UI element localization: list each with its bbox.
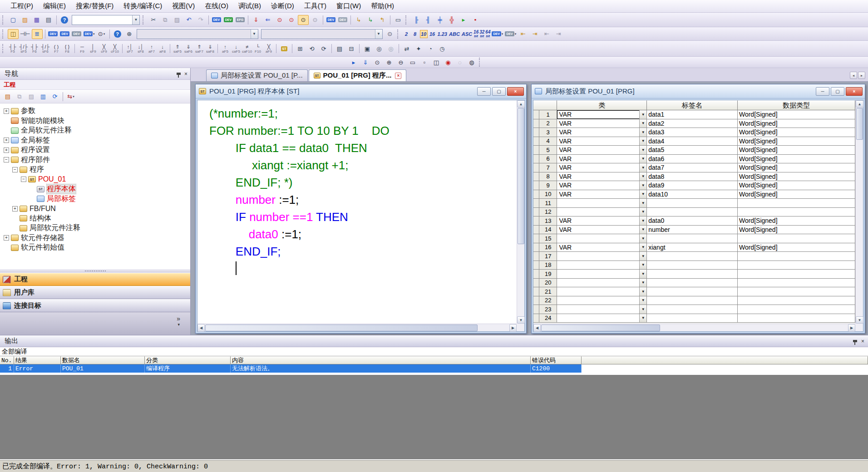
dropdown-arrow-icon[interactable]: ▼ xyxy=(639,163,646,172)
maximize-button[interactable]: ▢ xyxy=(831,87,844,96)
dropdown-arrow-icon[interactable]: ▼ xyxy=(639,146,646,154)
tree-item-全局软元件注释[interactable]: 全局软元件注释 xyxy=(0,126,190,136)
row-number-cell[interactable]: 14 xyxy=(539,226,557,235)
circle-icon[interactable]: ◌ xyxy=(454,57,465,67)
scroll-down-icon[interactable]: ▼ xyxy=(517,316,525,324)
dropdown-arrow-icon[interactable]: ▼ xyxy=(639,119,646,128)
class-cell[interactable]: VAR▼ xyxy=(557,155,647,164)
data-type-cell[interactable]: Word[Signed] xyxy=(738,110,855,119)
ladder-find-icon[interactable]: ╬ xyxy=(446,15,457,25)
tree-item-全局标签[interactable]: +全局标签 xyxy=(0,136,190,146)
fkey-sf8-icon[interactable]: ↓│sF8 xyxy=(136,44,146,54)
fkey-f7-icon[interactable]: ( )F7 xyxy=(51,44,61,54)
paste-item-icon[interactable]: ▨ xyxy=(26,92,37,102)
device-comment-icon[interactable]: DEV xyxy=(211,15,222,25)
scrollbar-thumb[interactable] xyxy=(541,324,660,331)
label-name-cell[interactable]: number xyxy=(647,226,738,235)
menu-item[interactable]: 调试(B) xyxy=(233,0,266,12)
device-display-2-icon[interactable]: DEV▾ xyxy=(491,29,503,39)
toolbar-grip[interactable] xyxy=(2,44,5,53)
data-type-cell[interactable]: Word[Signed] xyxy=(738,216,855,226)
toolbar-format-10-icon[interactable]: 10 xyxy=(420,30,428,38)
menu-item[interactable]: 编辑(E) xyxy=(38,0,71,12)
dropdown-arrow-icon[interactable]: ▼ xyxy=(639,155,646,163)
collapse-icon[interactable]: − xyxy=(21,177,26,182)
toolbar-format-abc-icon[interactable]: ABC xyxy=(449,30,460,38)
collapse-icon[interactable]: − xyxy=(12,167,18,172)
fkey-af9-icon[interactable]: ╳aF9 xyxy=(264,44,274,54)
scroll-right-icon[interactable]: ▶ xyxy=(509,324,517,332)
list-view-icon[interactable]: ≣ xyxy=(32,29,43,39)
redo-ladder-icon[interactable]: ⟳ xyxy=(318,44,329,54)
row-number-cell[interactable]: 15 xyxy=(539,234,557,243)
fkey-f8-icon[interactable]: { }F8 xyxy=(62,44,72,54)
class-cell[interactable]: VAR▼ xyxy=(557,119,647,128)
maximize-button[interactable]: ▢ xyxy=(492,87,506,96)
split-icon[interactable]: ◫ xyxy=(431,57,442,67)
row-number-cell[interactable]: 4 xyxy=(539,137,557,146)
pin-icon[interactable] xyxy=(177,73,181,75)
row-number-cell[interactable]: 18 xyxy=(539,261,557,270)
navigation-toggle-icon[interactable]: ◫ xyxy=(8,29,19,39)
page-icon[interactable]: ▭ xyxy=(407,57,418,67)
fkey-cf10-icon[interactable]: ╳cF10 xyxy=(110,44,120,54)
fkey-sf9-icon[interactable]: │sF9 xyxy=(88,44,98,54)
data-type-cell[interactable]: Word[Signed] xyxy=(738,172,855,182)
data-type-cell[interactable]: Word[Signed] xyxy=(738,128,855,137)
label-name-cell[interactable]: xiangt xyxy=(647,243,738,252)
menu-item[interactable]: 诊断(D) xyxy=(266,0,299,12)
device-find-icon[interactable]: DEV xyxy=(326,15,336,25)
row-select-cell[interactable] xyxy=(533,287,539,296)
fkey-saf8-icon[interactable]: ⇓saF8 xyxy=(205,44,215,54)
name-column-header[interactable]: 标签名 xyxy=(647,100,738,110)
row-number-cell[interactable]: 17 xyxy=(539,252,557,261)
data-type-cell[interactable]: Word[Signed] xyxy=(738,226,855,235)
fkey-f9-icon[interactable]: ─F9 xyxy=(77,44,87,54)
splitter-handle[interactable] xyxy=(0,269,190,273)
label-name-cell[interactable] xyxy=(647,270,738,279)
toolbar-format-asc-icon[interactable]: ASC xyxy=(461,30,473,38)
rule-icon[interactable]: ✦ xyxy=(413,44,424,54)
data-type-cell[interactable]: Word[Signed] xyxy=(738,137,855,146)
page-small-icon[interactable]: ▫ xyxy=(419,57,430,67)
device-prev-icon[interactable]: ⇤ xyxy=(518,29,528,39)
menu-item[interactable]: 转换/编译(C) xyxy=(118,0,167,12)
data-type-cell[interactable] xyxy=(738,270,855,279)
jump-back-icon[interactable]: ↰ xyxy=(377,15,388,25)
dropdown-arrow-icon[interactable]: ▼ xyxy=(639,314,646,323)
dropdown-arrow-icon[interactable]: ▼ xyxy=(639,110,646,119)
label-name-cell[interactable]: data4 xyxy=(647,137,738,146)
label-name-cell[interactable] xyxy=(647,234,738,243)
class-cell[interactable]: VAR▼ xyxy=(557,181,647,190)
row-select-cell[interactable] xyxy=(533,305,539,314)
expand-icon[interactable]: + xyxy=(4,148,9,153)
insert-row-icon[interactable]: ▤ xyxy=(334,44,345,54)
help-find-icon[interactable]: ? xyxy=(112,29,123,39)
label-name-cell[interactable] xyxy=(647,287,738,296)
fkey-f5-icon[interactable]: ┤├F5 xyxy=(8,44,18,54)
tree-item-POU_01[interactable]: −STPOU_01 xyxy=(0,175,190,185)
dropdown-arrow-icon[interactable]: ▼ xyxy=(639,137,646,146)
editor-vertical-scrollbar[interactable]: ▲ ▼ xyxy=(517,100,524,324)
scrollbar-thumb[interactable] xyxy=(205,324,478,331)
row-select-cell[interactable] xyxy=(533,226,539,235)
data-type-cell[interactable] xyxy=(738,261,855,270)
expand-icon[interactable]: + xyxy=(4,108,9,114)
toolbar-format-16-icon[interactable]: 16 xyxy=(429,30,436,38)
row-number-cell[interactable]: 8 xyxy=(539,172,557,182)
dropdown-arrow-icon[interactable]: ▼ xyxy=(639,252,646,261)
toolbar-grip[interactable] xyxy=(397,30,400,39)
scroll-down-icon[interactable]: ▼ xyxy=(856,316,863,324)
menu-item[interactable]: 帮助(H) xyxy=(366,0,399,12)
toolbar-format-16bit-icon[interactable]: 16bit xyxy=(473,30,478,38)
row-select-cell[interactable] xyxy=(533,243,539,252)
refresh-icon[interactable]: ⟳ xyxy=(49,92,60,102)
row-select-cell[interactable] xyxy=(533,163,539,172)
data-type-cell[interactable]: Word[Signed] xyxy=(738,190,855,199)
tree-item-FB/FUN[interactable]: +FB/FUN xyxy=(0,204,190,214)
dropdown-arrow-icon[interactable]: ▼ xyxy=(639,234,646,243)
code-editor[interactable]: (*number:=1;FOR number:=1 TO 10 BY 1 DO … xyxy=(197,100,517,324)
toolbar-grip[interactable] xyxy=(2,15,5,25)
row-select-cell[interactable] xyxy=(533,155,539,164)
dropdown-arrow-icon[interactable]: ▼ xyxy=(639,287,646,296)
